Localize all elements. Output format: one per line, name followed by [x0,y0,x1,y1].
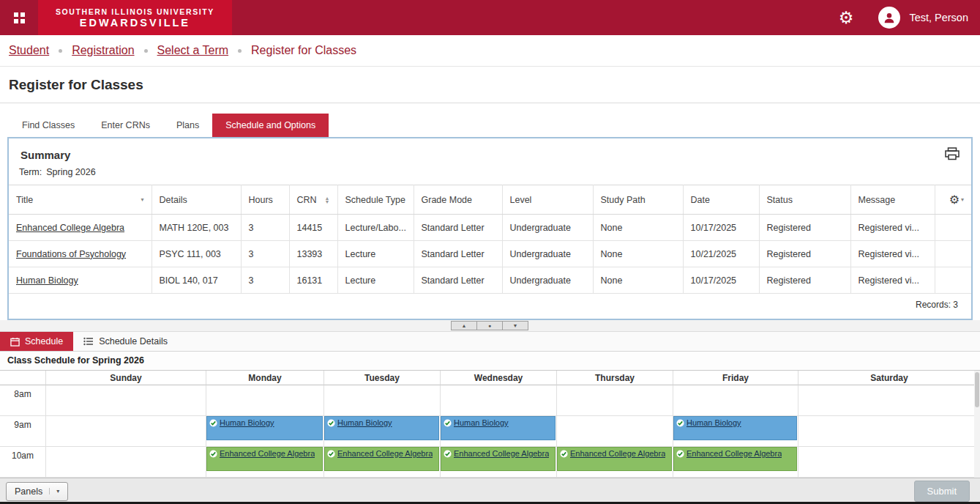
course-title-link[interactable]: Enhanced College Algebra [16,223,124,233]
cell-actions [935,241,971,267]
settings-button[interactable]: ⚙ [834,9,859,27]
event-link[interactable]: Enhanced College Algebra [570,449,665,458]
cell-study-path: None [593,215,683,241]
collapse-up-button[interactable]: ▲ [451,321,477,330]
summary-panel: Summary Term:Spring 2026 Title▾ Details … [7,137,973,320]
panels-button[interactable]: Panels ▾ [6,482,68,501]
day-header-friday: Friday [673,371,798,385]
cell-status: Registered [759,267,850,294]
column-header-crn[interactable]: CRN▲▼ [289,185,337,215]
check-icon [209,419,217,427]
caret-down-icon: ▾ [961,196,964,203]
cell-level: Undergraduate [502,241,593,267]
calendar-header-row: Sunday Monday Tuesday Wednesday Thursday… [0,371,980,385]
event-enhanced-college-algebra[interactable]: Enhanced College Algebra [206,447,323,471]
event-link[interactable]: Human Biology [337,418,392,427]
tab-schedule-and-options[interactable]: Schedule and Options [212,114,329,137]
tab-plans[interactable]: Plans [163,114,212,137]
event-link[interactable]: Enhanced College Algebra [337,449,433,458]
event-link[interactable]: Human Biology [220,418,274,427]
breadcrumb-separator [144,49,148,53]
app-launcher-button[interactable] [0,0,38,35]
calendar-cell: Human Biology [673,416,798,447]
event-enhanced-college-algebra[interactable]: Enhanced College Algebra [673,447,797,471]
table-row: Human Biology BIOL 140, 017 3 16131 Lect… [9,267,971,294]
cell-hours: 3 [241,241,289,267]
breadcrumb-registration[interactable]: Registration [72,44,134,57]
event-human-biology[interactable]: Human Biology [206,416,323,440]
footer-bar: Panels ▾ Submit [0,478,980,504]
column-header-message: Message [850,185,935,215]
tab-find-classes[interactable]: Find Classes [9,114,88,137]
user-name[interactable]: Test, Person [909,12,968,23]
check-icon [327,419,335,427]
calendar-row-8am: 8am [0,385,980,416]
scrollbar-thumb[interactable] [975,372,979,407]
cell-message: Registered vi... [850,215,935,241]
cell-study-path: None [593,241,683,267]
event-human-biology[interactable]: Human Biology [324,416,439,440]
column-header-settings[interactable]: ⚙▾ [935,185,971,215]
expand-down-button[interactable]: ▼ [502,321,528,330]
user-avatar[interactable] [878,7,900,29]
event-link[interactable]: Enhanced College Algebra [220,449,315,458]
column-header-date: Date [683,185,759,215]
cell-level: Undergraduate [502,215,593,241]
calendar-row-9am: 9am Human Biology Human Biology Human Bi… [0,416,980,447]
splitter-drag-button[interactable]: ● [476,321,503,330]
sort-carets-icon[interactable]: ▲▼ [325,196,330,204]
printer-icon [945,147,960,160]
tab-schedule-details[interactable]: Schedule Details [73,332,178,351]
gear-icon[interactable]: ⚙ [949,194,960,206]
cell-level: Undergraduate [502,267,593,294]
day-header-sunday: Sunday [45,371,206,385]
event-link[interactable]: Enhanced College Algebra [454,449,549,458]
calendar-cell [206,385,323,416]
event-link[interactable]: Enhanced College Algebra [687,449,782,458]
calendar-icon [10,337,20,346]
summary-header-row: Title▾ Details Hours CRN▲▼ Schedule Type… [9,185,971,215]
course-title-link[interactable]: Human Biology [16,275,78,286]
event-human-biology[interactable]: Human Biology [673,416,797,440]
cell-actions [935,267,971,294]
caret-down-icon[interactable]: ▾ [141,196,143,203]
cell-details: MATH 120E, 003 [152,215,241,241]
event-human-biology[interactable]: Human Biology [441,416,556,440]
calendar-cell [45,385,206,416]
vertical-scrollbar[interactable] [974,371,980,478]
print-button[interactable] [945,147,960,163]
course-title-link[interactable]: Foundations of Psychology [16,249,126,259]
event-link[interactable]: Human Biology [454,418,509,427]
cell-schedule-type: Lecture [337,267,414,294]
weekly-schedule-calendar: Sunday Monday Tuesday Wednesday Thursday… [0,371,980,478]
table-row: Foundations of Psychology PSYC 111, 003 … [9,241,971,267]
event-enhanced-college-algebra[interactable]: Enhanced College Algebra [557,447,672,471]
dot-icon: ● [488,323,491,328]
column-header-title[interactable]: Title▾ [9,185,152,215]
schedule-title: Class Schedule for Spring 2026 [0,352,980,371]
submit-button[interactable]: Submit [914,481,970,502]
column-header-level: Level [502,185,593,215]
event-link[interactable]: Human Biology [687,418,741,427]
cell-crn: 14415 [289,215,337,241]
cell-crn: 16131 [289,267,337,294]
calendar-cell [673,385,798,416]
breadcrumb-select-a-term[interactable]: Select a Term [157,44,229,57]
column-header-hours: Hours [241,185,289,215]
day-header-wednesday: Wednesday [440,371,556,385]
event-enhanced-college-algebra[interactable]: Enhanced College Algebra [441,447,556,471]
tab-schedule[interactable]: Schedule [0,332,73,351]
calendar-cell: Enhanced College Algebra [673,447,798,478]
breadcrumb-separator [59,49,62,53]
day-header-tuesday: Tuesday [323,371,440,385]
tab-enter-crns[interactable]: Enter CRNs [88,114,163,137]
cell-details: PSYC 111, 003 [152,241,241,267]
university-logo[interactable]: SOUTHERN ILLINOIS UNIVERSITY EDWARDSVILL… [38,0,232,35]
cell-study-path: None [593,267,683,294]
day-header-monday: Monday [206,371,323,385]
check-icon [209,450,217,458]
event-enhanced-college-algebra[interactable]: Enhanced College Algebra [324,447,439,471]
breadcrumb-student[interactable]: Student [9,44,49,57]
calendar-cell: Enhanced College Algebra [323,447,440,478]
day-header-thursday: Thursday [556,371,673,385]
